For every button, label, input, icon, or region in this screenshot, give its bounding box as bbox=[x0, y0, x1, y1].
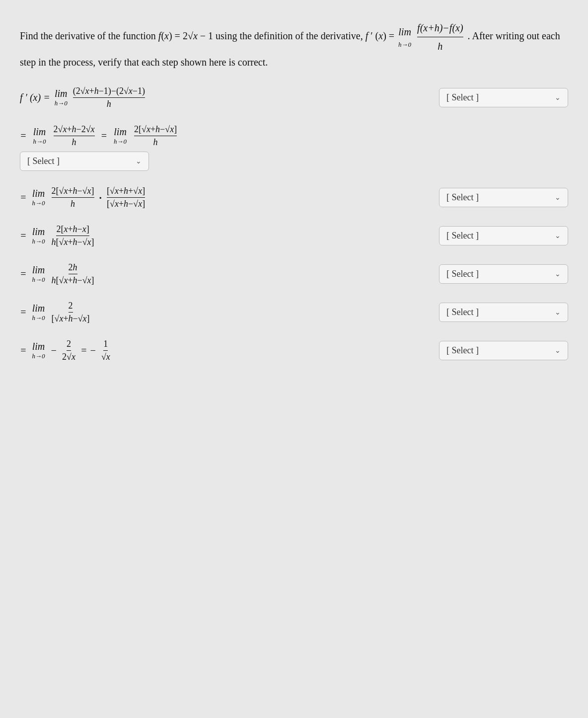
step-4-container: = lim h→0 2[x+h−x] h[√x+h−√x] [ Select ]… bbox=[20, 224, 568, 247]
step7-lim: lim h→0 bbox=[32, 341, 45, 360]
step2-equals: = bbox=[20, 130, 27, 142]
step3-frac2: [√x+h+√x] [√x+h−√x] bbox=[107, 186, 145, 209]
step-6-container: = lim h→0 2 [√x+h−√x] [ Select ] ⌄ bbox=[20, 301, 568, 324]
step1-math: f ′ (x) = bbox=[20, 92, 50, 103]
step1-chevron-icon: ⌄ bbox=[555, 93, 561, 102]
step3-frac1: 2[√x+h−√x] h bbox=[52, 186, 94, 209]
step5-frac: 2h h[√x+h−√x] bbox=[52, 262, 94, 286]
step7-equals: = bbox=[20, 345, 27, 356]
step2-frac2: 2[√x+h−√x] h bbox=[134, 124, 177, 148]
problem-statement: Find the derivative of the function f(x)… bbox=[20, 20, 568, 70]
step6-chevron-icon: ⌄ bbox=[555, 308, 561, 317]
step5-lim: lim h→0 bbox=[32, 264, 45, 284]
step4-lim: lim h→0 bbox=[32, 226, 45, 245]
step2-equals2: = bbox=[101, 130, 108, 142]
step4-select[interactable]: [ Select ] ⌄ bbox=[439, 226, 568, 245]
step-2-container: = lim h→0 2√x+h−2√x h = lim h→0 2[√x+h−√… bbox=[20, 124, 568, 171]
step2-frac1: 2√x+h−2√x h bbox=[54, 124, 95, 148]
step-7-container: = lim h→0 − 2 2√x = − 1 √x [ Select ] ⌄ bbox=[20, 339, 568, 362]
step2-select[interactable]: [ Select ] ⌄ bbox=[20, 152, 149, 171]
step5-equals: = bbox=[20, 268, 27, 280]
step4-equals: = bbox=[20, 230, 27, 241]
step3-select[interactable]: [ Select ] ⌄ bbox=[439, 188, 568, 207]
step1-lim: lim h→0 bbox=[55, 88, 68, 107]
step-3-container: = lim h→0 2[√x+h−√x] h · [√x+h+√x] [√x+h… bbox=[20, 186, 568, 209]
step7-select[interactable]: [ Select ] ⌄ bbox=[439, 341, 568, 360]
step6-lim: lim h→0 bbox=[32, 303, 45, 322]
step7-chevron-icon: ⌄ bbox=[555, 346, 561, 355]
step3-equals: = bbox=[20, 192, 27, 203]
step2-lim1: lim h→0 bbox=[33, 126, 46, 146]
step6-frac: 2 [√x+h−√x] bbox=[52, 301, 90, 324]
step-1-container: f ′ (x) = lim h→0 (2√x+h−1)−(2√x−1) h [ … bbox=[20, 86, 568, 109]
step3-dot: · bbox=[99, 191, 102, 204]
step2-lim2: lim h→0 bbox=[114, 126, 127, 146]
step4-frac: 2[x+h−x] h[√x+h−√x] bbox=[52, 224, 94, 247]
step7-frac2: 1 √x bbox=[101, 339, 110, 362]
step2-chevron-icon: ⌄ bbox=[136, 157, 142, 165]
step7-equals2: = − bbox=[80, 345, 96, 356]
step7-frac1: 2 2√x bbox=[62, 339, 75, 362]
step3-chevron-icon: ⌄ bbox=[555, 193, 561, 202]
step4-chevron-icon: ⌄ bbox=[555, 232, 561, 240]
step1-frac: (2√x+h−1)−(2√x−1) h bbox=[73, 86, 145, 109]
step3-lim: lim h→0 bbox=[32, 188, 45, 207]
step1-select[interactable]: [ Select ] ⌄ bbox=[439, 88, 568, 107]
step5-chevron-icon: ⌄ bbox=[555, 270, 561, 278]
step6-select[interactable]: [ Select ] ⌄ bbox=[439, 303, 568, 322]
step-5-container: = lim h→0 2h h[√x+h−√x] [ Select ] ⌄ bbox=[20, 262, 568, 286]
step5-select[interactable]: [ Select ] ⌄ bbox=[439, 264, 568, 284]
step6-equals: = bbox=[20, 307, 27, 318]
